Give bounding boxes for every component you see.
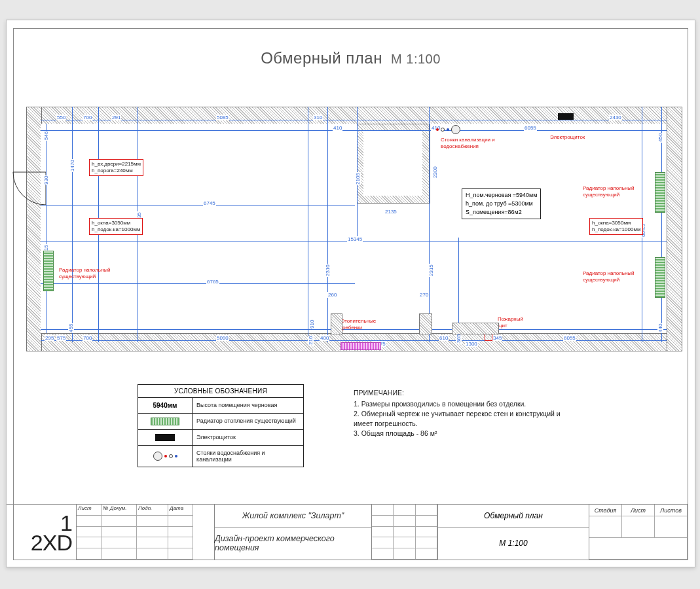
logo-line: 2XD: [31, 530, 72, 555]
partition: [331, 313, 342, 334]
dim-label: 5085: [216, 115, 229, 120]
legend-row: 5940мм Высота помещения черновая: [138, 398, 303, 414]
wall-left: [26, 107, 42, 351]
elec-panel-icon: [155, 434, 175, 441]
drawing-name-block: Обмерный план М 1:100: [438, 504, 589, 560]
dim-label: 575: [56, 335, 66, 341]
sheet-info-grid: Стадия Лист Листов: [589, 504, 688, 560]
drawing-title: Обмерный план М 1:100: [7, 49, 695, 67]
dim-label: 2315: [428, 264, 434, 277]
central-shaft-void: [363, 130, 422, 196]
note-box-door: h_вх.двери=2215мм h_порога=240мм: [89, 159, 143, 176]
label-radiator-br: Радиатор напольный существующий: [583, 270, 635, 283]
note-line: h_окна=3050мм: [92, 220, 140, 226]
logo: 1 2XD: [7, 504, 76, 560]
dim-label: 210: [308, 336, 314, 346]
title-block: 1 2XD Лист № Докум. Подп. Дата Жилой ком…: [7, 504, 688, 560]
info-line: h_пом. до труб =5300мм: [466, 200, 537, 208]
elec-panel-icon: [558, 113, 574, 120]
drawing-scale: М 1:100: [438, 527, 589, 560]
pipes-icon: [153, 452, 177, 461]
legend-row: Стояки водоснабжения и канализации: [138, 446, 303, 467]
dim-label: 410: [333, 125, 342, 131]
legend-row: Радиатор отопления существующий: [138, 414, 303, 430]
dim-label: 295: [45, 335, 54, 341]
legend-text: Радиатор отопления существующий: [193, 414, 303, 429]
drawing-name: Обмерный план: [438, 505, 589, 527]
dim-label: 345: [492, 335, 502, 341]
label-radiator-bl: Радиатор напольный существующий: [59, 267, 111, 280]
note-line: 3. Общая площадь - 86 м²: [354, 429, 570, 438]
title-scale: М 1:100: [391, 52, 441, 66]
legend-text: Электрощиток: [193, 430, 303, 445]
partition: [419, 313, 432, 334]
note-box-window-l: h_окна=3050мм h_подок-ка=1000мм: [89, 218, 143, 235]
dim-line: [46, 124, 46, 333]
note-line: h_подок-ка=1000мм: [92, 226, 140, 233]
note-line: h_вх.двери=2215мм: [92, 161, 141, 168]
info-line: S_помещения=86м2: [466, 208, 537, 217]
label-radiator-tr: Радиатор напольный существующий: [583, 185, 635, 198]
pipes-icon: [436, 125, 460, 134]
drawing-sheet: Обмерный план М 1:100: [6, 20, 695, 567]
rev-hdr: Подп.: [137, 505, 168, 516]
dim-label: 6765: [206, 279, 219, 285]
dim-label: 291: [111, 115, 121, 120]
info-line: H_пом.черновая =5940мм: [466, 191, 537, 200]
note-line: h_подок-ка=1000мм: [592, 226, 640, 233]
dim-label: 2310: [325, 264, 331, 277]
dim-label: 6745: [203, 200, 216, 206]
dim-label: 15345: [347, 236, 363, 242]
note-line: h_порога=240мм: [92, 168, 141, 174]
entry-door-icon: [7, 166, 65, 224]
legend-text: Стояки водоснабжения и канализации: [193, 446, 303, 467]
radiator-icon: [655, 172, 665, 213]
legend-symbol-height: 5940мм: [153, 402, 177, 409]
project-name: Жилой комплекс "Зиларт" Дизайн-проект ко…: [215, 504, 372, 560]
wall-right: [667, 107, 682, 351]
dim-label: 2135: [384, 209, 397, 215]
legend-title: УСЛОВНЫЕ ОБОЗНАЧЕНИЯ: [138, 385, 303, 398]
legend-text: Высота помещения черновая: [193, 398, 303, 413]
dim-line: [308, 107, 308, 342]
label-heaters: Отопительные гребенки: [341, 318, 380, 331]
sheet-hdr: Листов: [655, 505, 688, 516]
dim-label: 700: [83, 115, 92, 120]
dim-line: [72, 107, 73, 342]
legend: УСЛОВНЫЕ ОБОЗНАЧЕНИЯ 5940мм Высота помещ…: [138, 384, 304, 467]
note-line: 2. Обмерный чертеж не учитывает перекос …: [354, 409, 570, 429]
dim-label: 440: [657, 323, 663, 333]
dim-line: [429, 107, 430, 342]
notes-block: ПРИМЕЧАНИЕ: 1. Размеры производились в п…: [354, 388, 570, 438]
dim-line: [41, 120, 667, 120]
dim-line: [327, 107, 328, 342]
dim-label: 400: [320, 335, 329, 341]
sheet-hdr: Лист: [622, 505, 655, 516]
dim-label: 365: [456, 334, 462, 344]
dim-label: 550: [56, 115, 66, 120]
dim-label: 2430: [609, 115, 622, 120]
rev-hdr: № Докум.: [101, 505, 137, 516]
radiator-icon: [151, 418, 179, 425]
radiator-icon: [43, 251, 54, 291]
note-line: h_окна=3050мм: [592, 220, 640, 226]
stamp-grid: [372, 504, 438, 560]
dim-label: 5090: [216, 335, 229, 341]
dim-label: 455: [68, 323, 74, 333]
dim-label: 910: [309, 319, 315, 329]
dim-label: 260: [327, 292, 337, 298]
project-line2: Дизайн-проект коммерческого помещения: [215, 527, 371, 560]
revision-grid: Лист № Докум. Подп. Дата: [76, 504, 215, 560]
label-fire-cabinet: Пожарный щит: [498, 316, 530, 329]
wall-top: [26, 107, 682, 125]
notes-title: ПРИМЕЧАНИЕ:: [354, 388, 570, 398]
dim-label: 1300: [465, 341, 478, 347]
room-info-box: H_пом.черновая =5940мм h_пом. до труб =5…: [462, 188, 541, 219]
dim-label: 6055: [563, 335, 576, 341]
rev-hdr: Дата: [168, 505, 193, 516]
dim-label: 700: [83, 335, 92, 341]
partition: [452, 323, 499, 334]
floor-plan: 550 700 291 5085 310 410 410 2300 6055 2…: [26, 87, 681, 357]
dim-label: 610: [439, 335, 449, 341]
dim-label: 2300: [432, 166, 438, 179]
